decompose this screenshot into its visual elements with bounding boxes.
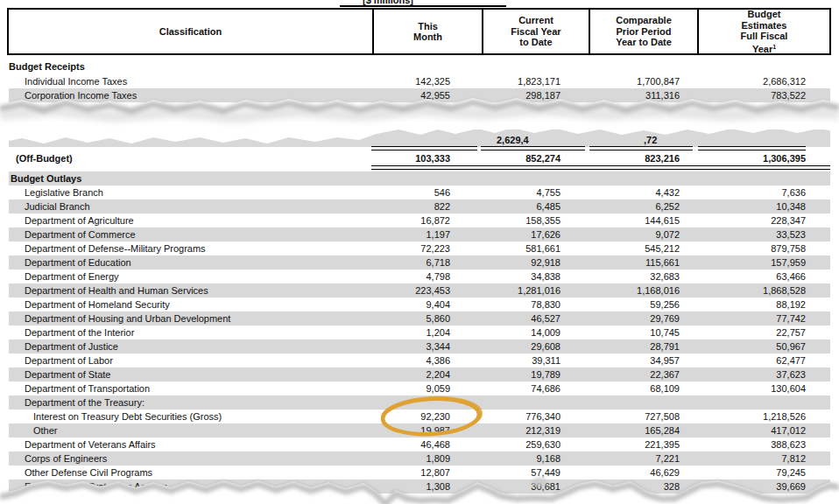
row-label: Department of Transportation (9, 383, 370, 394)
value-cell: 1,308 (370, 481, 480, 492)
torn-partial-total-row: 2,629,4 ,72 (9, 130, 830, 147)
value-cell: 79,245 (695, 467, 830, 478)
table-row: Individual Income Taxes142,3251,823,1711… (9, 74, 830, 88)
section-label-budget-receipts: Budget Receipts (9, 61, 85, 72)
torn-number-fragment: 2,629,4 (497, 135, 529, 145)
row-label: Department of Energy (9, 271, 370, 282)
column-header-prior-period: Comparable Prior Period Year to Date (589, 10, 697, 53)
value-cell: 7,221 (587, 453, 695, 464)
value-cell: 63,466 (695, 271, 830, 282)
table-row: Department of the Interior1,20414,00910,… (9, 326, 830, 340)
value-cell: 311,316 (587, 90, 695, 101)
column-header-text: Budget Estimates Full Fiscal Year (741, 9, 788, 54)
row-label: Department of Defense--Military Programs (9, 243, 370, 254)
value-cell: 158,355 (480, 215, 587, 226)
value-cell: 1,204 (370, 327, 480, 338)
value-cell: 212,319 (480, 425, 587, 436)
value-cell: 417,012 (695, 425, 830, 436)
value-cell: 2,686,312 (695, 76, 830, 87)
value-cell: 103,333 (370, 153, 480, 164)
value-cell: 46,629 (587, 467, 695, 478)
row-label: (Off-Budget) (9, 153, 370, 164)
value-cell: 9,059 (370, 383, 480, 394)
value-cell: 1,306,395 (695, 153, 830, 164)
value-cell: 328 (587, 481, 695, 492)
value-cell: 12,807 (370, 467, 480, 478)
value-cell: 259,630 (480, 439, 587, 450)
value-cell: 17,626 (480, 229, 587, 240)
value-cell: 88,192 (695, 299, 830, 310)
highlighted-value-cell: 92,230 (370, 411, 480, 422)
row-label: Other Defense Civil Programs (9, 467, 370, 478)
column-header-text: This Month (374, 21, 482, 43)
row-label: Department of Health and Human Services (9, 285, 370, 296)
value-cell: 388,623 (695, 439, 830, 450)
row-label: Interest on Treasury Debt Securities (Gr… (9, 411, 370, 422)
column-header-budget-estimates: Budget Estimates Full Fiscal Year1 (697, 10, 829, 53)
table-row: Environmental Protection Agency1,30830,6… (9, 480, 830, 494)
value-cell: 19,789 (480, 369, 587, 380)
value-cell: 37,623 (695, 369, 830, 380)
value-cell: 1,868,528 (695, 285, 830, 296)
value-cell: 115,661 (587, 257, 695, 268)
table-row: Department of the Treasury: (9, 396, 830, 410)
row-label: Individual Income Taxes (9, 76, 370, 87)
table-row: Judicial Branch8226,4856,25210,348 (9, 200, 830, 214)
row-label: Legislative Branch (9, 187, 370, 198)
value-cell: 57,449 (480, 467, 587, 478)
value-cell: 92,918 (480, 257, 587, 268)
value-cell: 46,468 (370, 439, 480, 450)
value-cell: 42,955 (370, 90, 480, 101)
row-label: Department of Veterans Affairs (9, 439, 370, 450)
row-label: Environmental Protection Agency (9, 481, 370, 492)
value-cell: 5,860 (370, 313, 480, 324)
column-header-text: Current Fiscal Year to Date (483, 15, 589, 48)
value-cell: 1,823,171 (480, 76, 587, 87)
value-cell: 223,453 (370, 285, 480, 296)
row-label: Corps of Engineers (9, 453, 370, 464)
value-cell: 2,204 (370, 369, 480, 380)
table-row: Corporation Income Taxes42,955298,187311… (9, 88, 830, 102)
table-row: Department of Energy4,79834,83832,68363,… (9, 270, 830, 284)
torn-edge-shadow-soft (0, 109, 839, 117)
table-row: Department of Housing and Urban Developm… (9, 312, 830, 326)
value-cell: 727,508 (587, 411, 695, 422)
double-rule (371, 165, 830, 170)
row-label: Department of Agriculture (9, 215, 370, 226)
value-cell: 823,216 (587, 153, 695, 164)
value-cell: 28,791 (587, 341, 695, 352)
table-row: Corps of Engineers1,8099,1687,2217,812 (9, 452, 830, 466)
value-cell: 142,325 (370, 76, 480, 87)
value-cell: 144,615 (587, 215, 695, 226)
value-cell: 16,872 (370, 215, 480, 226)
value-cell: 6,485 (480, 201, 587, 212)
value-cell: 228,347 (695, 215, 830, 226)
value-cell: 546 (370, 187, 480, 198)
column-header-classification: Classification (9, 10, 372, 53)
table-row: Other19,987212,319165,284417,012 (9, 424, 830, 438)
value-cell: 165,284 (587, 425, 695, 436)
torn-edge-shadow (0, 102, 839, 111)
value-cell: 72,223 (370, 243, 480, 254)
value-cell: 22,367 (587, 369, 695, 380)
value-cell: 19,987 (370, 425, 480, 436)
row-label: Other (9, 425, 370, 436)
off-budget-row: (Off-Budget) 103,333 852,274 823,216 1,3… (9, 150, 830, 165)
value-cell: 78,830 (480, 299, 587, 310)
row-label: Department of Homeland Security (9, 299, 370, 310)
value-cell: 581,661 (480, 243, 587, 254)
column-header-row: Classification This Month Current Fiscal… (7, 8, 831, 55)
table-row: Department of Veterans Affairs46,468259,… (9, 438, 830, 452)
value-cell: 852,274 (480, 153, 587, 164)
value-cell: 39,669 (695, 481, 830, 492)
value-cell: 34,957 (587, 355, 695, 366)
value-cell: 4,386 (370, 355, 480, 366)
value-cell: 59,256 (587, 299, 695, 310)
value-cell: 879,758 (695, 243, 830, 254)
value-cell: 29,608 (480, 341, 587, 352)
table-row: Interest on Treasury Debt Securities (Gr… (9, 410, 830, 424)
table-row: Department of Education6,71892,918115,66… (9, 256, 830, 270)
value-cell: 77,742 (695, 313, 830, 324)
row-label: Department of Labor (9, 355, 370, 366)
footnote-marker: 1 (772, 44, 776, 50)
